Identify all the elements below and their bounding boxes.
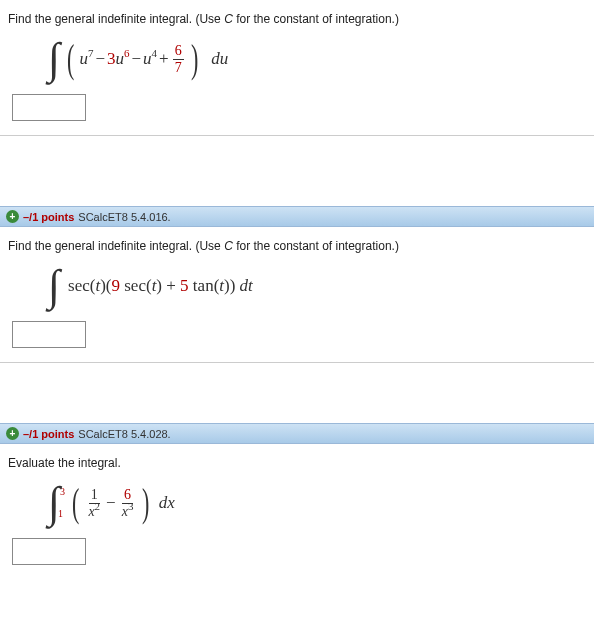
q3-source: SCalcET8 5.4.028. <box>78 428 170 440</box>
question-3: + –/1 points SCalcET8 5.4.028. Evaluate … <box>0 423 594 579</box>
q2-points: –/1 points <box>23 211 74 223</box>
integral-icon: ∫ <box>48 268 60 303</box>
q2-p6: )) <box>224 276 240 295</box>
q1-prompt-text-b: for the constant of integration.) <box>233 12 399 26</box>
q2-p1: sec( <box>68 276 95 295</box>
q1-term3: u4 <box>143 49 157 69</box>
q3-f2d: x3 <box>120 504 136 519</box>
q2-p5: tan( <box>189 276 220 295</box>
q1-prompt-c: C <box>224 12 233 26</box>
lparen-icon: ( <box>67 43 74 75</box>
q2-p2: )( <box>100 276 111 295</box>
q3-header: + –/1 points SCalcET8 5.4.028. <box>0 423 594 444</box>
q2-prompt: Find the general indefinite integral. (U… <box>8 239 586 253</box>
q3-f1d: x2 <box>86 504 102 519</box>
q3-f1d-exp: 2 <box>95 500 101 512</box>
q3-math: ∫ 3 1 ( 1 x2 − 6 x3 ) dx <box>48 480 586 526</box>
q2-header: + –/1 points SCalcET8 5.4.016. <box>0 206 594 227</box>
rparen-icon: ) <box>142 487 149 519</box>
q3-points: –/1 points <box>23 428 74 440</box>
q1-du: du <box>207 49 228 69</box>
spacer-2 <box>0 363 594 423</box>
q2-math: ∫ sec(t)(9 sec(t) + 5 tan(t)) dt <box>48 263 586 309</box>
q3-frac1: 1 x2 <box>86 487 102 519</box>
q1-u7: u <box>79 49 88 68</box>
q1-du-text: du <box>211 49 228 68</box>
q2-p4: ) + <box>156 276 180 295</box>
q1-frac-num: 6 <box>173 43 184 59</box>
q1-prompt-text-a: Find the general indefinite integral. (U… <box>8 12 224 26</box>
lparen-icon: ( <box>72 487 79 519</box>
q3-ub: 3 <box>60 487 65 497</box>
q1-minus2: − <box>131 49 141 69</box>
q1-e7: 7 <box>88 47 94 59</box>
q3-dx: dx <box>159 493 175 513</box>
q3-f2d-exp: 3 <box>128 500 134 512</box>
q1-e6: 6 <box>124 47 130 59</box>
q2-prompt-text-a: Find the general indefinite integral. (U… <box>8 239 224 253</box>
rparen-icon: ) <box>191 43 198 75</box>
q2-answer-input[interactable] <box>12 321 86 348</box>
q3-bounds: 3 1 <box>60 487 65 519</box>
question-3-content: Evaluate the integral. ∫ 3 1 ( 1 x2 − 6 … <box>0 444 594 579</box>
q2-dt: dt <box>240 276 253 295</box>
question-2-content: Find the general indefinite integral. (U… <box>0 227 594 362</box>
q3-prompt: Evaluate the integral. <box>8 456 586 470</box>
q2-nine: 9 <box>112 276 121 295</box>
q3-answer-input[interactable] <box>12 538 86 565</box>
q2-expr: sec(t)(9 sec(t) + 5 tan(t)) dt <box>68 276 253 296</box>
q2-p3: sec( <box>120 276 152 295</box>
q1-term2: 3u6 <box>107 49 130 69</box>
expand-icon[interactable]: + <box>6 210 19 223</box>
q3-frac2: 6 x3 <box>120 487 136 519</box>
q1-u4: u <box>143 49 152 68</box>
q2-prompt-c: C <box>224 239 233 253</box>
q2-five: 5 <box>180 276 189 295</box>
expand-icon[interactable]: + <box>6 427 19 440</box>
q1-plus: + <box>159 49 169 69</box>
q1-e4: 4 <box>152 47 158 59</box>
q1-prompt: Find the general indefinite integral. (U… <box>8 12 586 26</box>
q1-answer-input[interactable] <box>12 94 86 121</box>
spacer-1 <box>0 136 594 206</box>
question-1-content: Find the general indefinite integral. (U… <box>0 0 594 135</box>
q2-source: SCalcET8 5.4.016. <box>78 211 170 223</box>
q1-math: ∫ ( u7 − 3u6 − u4 + 6 7 ) du <box>48 36 586 82</box>
q3-minus: − <box>106 493 116 513</box>
q1-minus1: − <box>95 49 105 69</box>
q2-prompt-text-b: for the constant of integration.) <box>233 239 399 253</box>
q1-frac-den: 7 <box>173 60 184 75</box>
integral-icon: ∫ <box>48 41 60 76</box>
q1-term1: u7 <box>79 49 93 69</box>
q1-u6: u <box>115 49 124 68</box>
question-2: + –/1 points SCalcET8 5.4.016. Find the … <box>0 206 594 363</box>
question-1: Find the general indefinite integral. (U… <box>0 0 594 136</box>
q1-frac: 6 7 <box>173 43 184 75</box>
integral-icon: ∫ <box>48 485 60 520</box>
